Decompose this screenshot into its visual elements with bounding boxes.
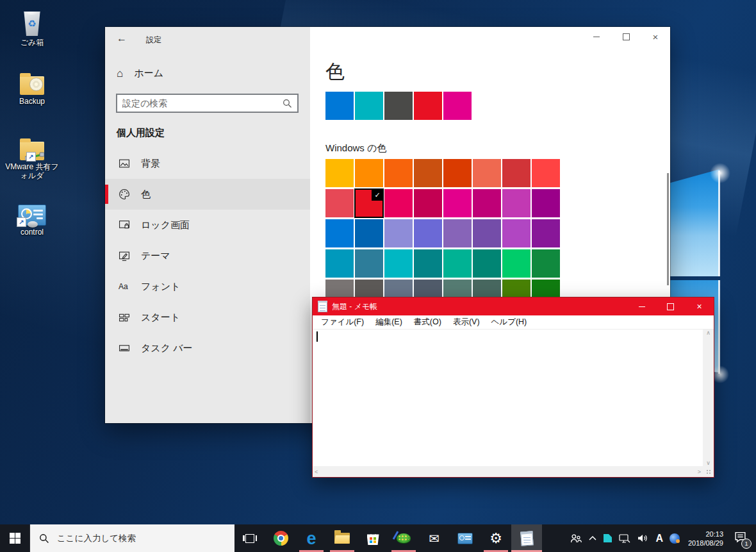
network-globe-icon[interactable]: [670, 533, 680, 544]
palette-color-tile[interactable]: [325, 159, 354, 187]
notepad-menu-item[interactable]: ヘルプ(H): [486, 317, 533, 328]
palette-color-tile[interactable]: [355, 159, 383, 187]
palette-color-tile[interactable]: [473, 219, 501, 247]
palette-color-tile[interactable]: [384, 159, 413, 187]
recent-colors-row: [325, 92, 472, 120]
volume-icon[interactable]: [637, 533, 649, 544]
palette-color-tile[interactable]: [502, 159, 530, 187]
task-view-button[interactable]: [234, 524, 265, 552]
palette-color-tile[interactable]: [473, 189, 501, 217]
palette-color-tile[interactable]: [502, 189, 530, 217]
taskbar-app-edge[interactable]: e: [296, 524, 327, 552]
recent-color-swatch[interactable]: [355, 92, 383, 120]
palette-color-tile[interactable]: [443, 219, 472, 247]
minimize-button[interactable]: [582, 27, 611, 46]
palette-color-tile[interactable]: [355, 219, 383, 247]
taskbar-app-file-explorer[interactable]: [327, 524, 357, 552]
palette-color-tile[interactable]: [384, 249, 413, 278]
palette-color-tile[interactable]: [532, 219, 560, 247]
sidebar-item-lock-screen[interactable]: ロック画面: [105, 210, 310, 240]
scroll-right-icon[interactable]: >: [698, 469, 701, 475]
notepad-menu-item[interactable]: 表示(V): [447, 317, 486, 328]
palette-color-tile[interactable]: [443, 189, 472, 217]
sidebar-item-themes[interactable]: テーマ: [105, 240, 310, 271]
notepad-menu-item[interactable]: 編集(E): [370, 317, 408, 328]
background-icon: [119, 158, 130, 169]
action-center-button[interactable]: 1: [734, 531, 747, 546]
sidebar-item-home[interactable]: ⌂ ホーム: [117, 67, 163, 79]
taskbar-app-tortoise[interactable]: [388, 524, 419, 552]
palette-color-tile[interactable]: [414, 159, 442, 187]
start-button[interactable]: [0, 524, 29, 552]
desktop-icon-recycle-bin[interactable]: ♻ ごみ箱: [3, 5, 61, 47]
taskbar-app-settings[interactable]: ⚙: [481, 524, 511, 552]
palette-color-tile[interactable]: [502, 249, 530, 278]
horizontal-scrollbar[interactable]: < >: [313, 466, 703, 477]
notepad-menu-item[interactable]: 書式(O): [408, 317, 447, 328]
palette-color-tile[interactable]: [384, 189, 413, 217]
settings-search-input[interactable]: [117, 98, 283, 108]
sidebar-item-taskbar[interactable]: タスク バー: [105, 333, 310, 364]
palette-color-tile[interactable]: [414, 249, 442, 278]
palette-color-tile[interactable]: [532, 249, 560, 278]
recent-color-swatch[interactable]: [325, 92, 354, 120]
palette-color-tile[interactable]: [414, 219, 442, 247]
close-button[interactable]: ×: [685, 297, 714, 315]
backup-folder-icon: [3, 64, 61, 95]
recent-color-swatch[interactable]: [414, 92, 442, 120]
recent-color-swatch[interactable]: [384, 92, 413, 120]
palette-color-tile[interactable]: [384, 219, 413, 247]
scrollbar[interactable]: [667, 173, 669, 285]
task-view-icon: [243, 533, 257, 544]
palette-color-tile[interactable]: [414, 189, 442, 217]
sidebar-item-colors[interactable]: 色: [105, 179, 310, 210]
desktop-icon-vmware-shared[interactable]: ↗ VMware 共有フォルダ: [3, 130, 61, 180]
scroll-up-icon[interactable]: ∧: [706, 330, 711, 336]
taskbar-clock[interactable]: 20:13 2018/08/29: [688, 530, 723, 548]
sidebar-item-background[interactable]: 背景: [105, 148, 310, 179]
palette-color-tile[interactable]: [473, 249, 501, 278]
taskbar-app-chrome[interactable]: [265, 524, 296, 552]
window-caption-buttons: ×: [582, 27, 670, 46]
ime-language-icon[interactable]: A: [655, 533, 663, 544]
people-icon[interactable]: [570, 533, 582, 544]
palette-color-tile[interactable]: [325, 249, 354, 278]
recent-color-swatch[interactable]: [443, 92, 472, 120]
palette-color-tile[interactable]: [443, 159, 472, 187]
maximize-button[interactable]: [656, 297, 685, 315]
maximize-button[interactable]: [611, 27, 641, 46]
palette-color-tile[interactable]: [355, 249, 383, 278]
sidebar-item-fonts[interactable]: Aa フォント: [105, 271, 310, 302]
scroll-left-icon[interactable]: <: [315, 469, 318, 475]
palette-color-tile[interactable]: [325, 219, 354, 247]
network-icon[interactable]: [618, 533, 630, 544]
taskbar-search-input[interactable]: [56, 533, 234, 544]
palette-color-tile[interactable]: [502, 219, 530, 247]
minimize-button[interactable]: [627, 297, 656, 315]
close-button[interactable]: ×: [641, 27, 670, 46]
taskbar-app-mail[interactable]: ✉: [419, 524, 450, 552]
notepad-menu-item[interactable]: ファイル(F): [315, 317, 370, 328]
palette-color-tile[interactable]: [473, 159, 501, 187]
desktop-icon-backup[interactable]: Backup: [3, 64, 61, 106]
vertical-scrollbar[interactable]: ∧ ∨: [703, 330, 714, 466]
chevron-up-icon[interactable]: [588, 535, 597, 542]
desktop-icon-control[interactable]: ↗ control: [3, 195, 61, 237]
palette-color-tile[interactable]: [532, 159, 560, 187]
palette-color-tile[interactable]: [532, 189, 560, 217]
vmware-tray-icon[interactable]: [604, 534, 612, 542]
taskbar-app-store[interactable]: [357, 524, 388, 552]
back-button[interactable]: ←: [113, 31, 131, 46]
notepad-titlebar[interactable]: 無題 - メモ帳 ×: [313, 297, 714, 315]
notepad-text-area[interactable]: [313, 330, 703, 466]
settings-search-box[interactable]: [116, 94, 299, 113]
resize-grip[interactable]: [703, 466, 714, 477]
palette-color-tile[interactable]: ✓: [355, 189, 383, 217]
taskbar-app-control-panel[interactable]: [450, 524, 481, 552]
sidebar-item-start[interactable]: スタート: [105, 302, 310, 333]
taskbar-search-box[interactable]: [29, 524, 234, 552]
palette-color-tile[interactable]: [443, 249, 472, 278]
palette-color-tile[interactable]: [325, 189, 354, 217]
taskbar-app-notepad[interactable]: [511, 524, 542, 552]
scroll-down-icon[interactable]: ∨: [706, 460, 711, 466]
